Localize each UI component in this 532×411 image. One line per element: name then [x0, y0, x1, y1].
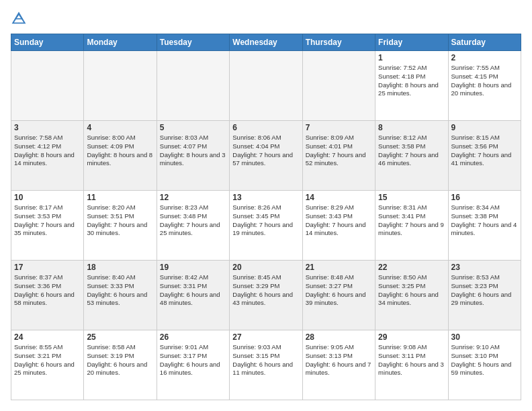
calendar-table: SundayMondayTuesdayWednesdayThursdayFrid…	[11, 34, 521, 400]
calendar-cell: 1Sunrise: 7:52 AM Sunset: 4:18 PM Daylig…	[375, 51, 448, 121]
day-header: Sunday	[11, 34, 84, 51]
calendar-cell: 15Sunrise: 8:31 AM Sunset: 3:41 PM Dayli…	[375, 191, 448, 261]
calendar-cell: 14Sunrise: 8:29 AM Sunset: 3:43 PM Dayli…	[302, 191, 375, 261]
day-number: 21	[306, 263, 372, 272]
day-number: 4	[87, 123, 153, 132]
day-number: 11	[87, 193, 153, 202]
day-info: Sunrise: 8:31 AM Sunset: 3:41 PM Dayligh…	[378, 203, 445, 238]
calendar-cell	[302, 51, 375, 121]
calendar-cell: 11Sunrise: 8:20 AM Sunset: 3:51 PM Dayli…	[84, 191, 157, 261]
day-number: 18	[87, 263, 153, 272]
day-info: Sunrise: 9:03 AM Sunset: 3:15 PM Dayligh…	[232, 343, 299, 377]
calendar-cell	[157, 51, 229, 121]
calendar-cell: 2Sunrise: 7:55 AM Sunset: 4:15 PM Daylig…	[448, 51, 521, 121]
calendar-cell: 3Sunrise: 7:58 AM Sunset: 4:12 PM Daylig…	[11, 121, 84, 191]
day-info: Sunrise: 8:00 AM Sunset: 4:09 PM Dayligh…	[87, 134, 153, 168]
calendar-week-row: 10Sunrise: 8:17 AM Sunset: 3:53 PM Dayli…	[11, 191, 521, 261]
day-info: Sunrise: 8:34 AM Sunset: 3:38 PM Dayligh…	[451, 203, 518, 238]
calendar-cell: 8Sunrise: 8:12 AM Sunset: 3:58 PM Daylig…	[375, 121, 448, 191]
day-number: 10	[14, 193, 81, 202]
day-info: Sunrise: 8:17 AM Sunset: 3:53 PM Dayligh…	[14, 203, 81, 238]
day-number: 13	[232, 193, 299, 202]
day-number: 6	[232, 123, 299, 132]
calendar-week-row: 1Sunrise: 7:52 AM Sunset: 4:18 PM Daylig…	[11, 51, 521, 121]
day-info: Sunrise: 8:40 AM Sunset: 3:33 PM Dayligh…	[87, 273, 153, 308]
day-number: 24	[14, 332, 81, 342]
day-header: Wednesday	[230, 34, 302, 51]
day-number: 25	[87, 332, 153, 342]
day-number: 5	[160, 123, 226, 132]
day-info: Sunrise: 8:58 AM Sunset: 3:19 PM Dayligh…	[87, 343, 153, 377]
day-info: Sunrise: 8:15 AM Sunset: 3:56 PM Dayligh…	[451, 134, 518, 168]
calendar-week-row: 24Sunrise: 8:55 AM Sunset: 3:21 PM Dayli…	[11, 330, 521, 400]
calendar-cell: 26Sunrise: 9:01 AM Sunset: 3:17 PM Dayli…	[157, 330, 229, 400]
day-info: Sunrise: 8:50 AM Sunset: 3:25 PM Dayligh…	[378, 273, 445, 308]
day-number: 8	[378, 123, 445, 132]
day-info: Sunrise: 8:06 AM Sunset: 4:04 PM Dayligh…	[232, 134, 299, 168]
day-number: 20	[232, 263, 299, 272]
day-header: Tuesday	[157, 34, 229, 51]
calendar-cell	[230, 51, 302, 121]
day-info: Sunrise: 8:03 AM Sunset: 4:07 PM Dayligh…	[160, 134, 226, 168]
page: SundayMondayTuesdayWednesdayThursdayFrid…	[0, 0, 532, 411]
calendar-cell: 5Sunrise: 8:03 AM Sunset: 4:07 PM Daylig…	[157, 121, 229, 191]
day-header: Friday	[375, 34, 448, 51]
day-info: Sunrise: 8:09 AM Sunset: 4:01 PM Dayligh…	[306, 134, 372, 168]
calendar-header-row: SundayMondayTuesdayWednesdayThursdayFrid…	[11, 34, 521, 51]
calendar-cell: 9Sunrise: 8:15 AM Sunset: 3:56 PM Daylig…	[448, 121, 521, 191]
day-info: Sunrise: 8:20 AM Sunset: 3:51 PM Dayligh…	[87, 203, 153, 238]
calendar-cell: 6Sunrise: 8:06 AM Sunset: 4:04 PM Daylig…	[230, 121, 302, 191]
calendar-cell: 21Sunrise: 8:48 AM Sunset: 3:27 PM Dayli…	[302, 261, 375, 330]
calendar-cell: 13Sunrise: 8:26 AM Sunset: 3:45 PM Dayli…	[230, 191, 302, 261]
calendar-cell: 10Sunrise: 8:17 AM Sunset: 3:53 PM Dayli…	[11, 191, 84, 261]
calendar-cell	[11, 51, 84, 121]
day-number: 27	[232, 332, 299, 342]
day-info: Sunrise: 8:37 AM Sunset: 3:36 PM Dayligh…	[14, 273, 81, 308]
day-info: Sunrise: 9:05 AM Sunset: 3:13 PM Dayligh…	[306, 343, 372, 377]
day-header: Saturday	[448, 34, 521, 51]
day-number: 7	[306, 123, 372, 132]
calendar-cell	[84, 51, 157, 121]
day-number: 19	[160, 263, 226, 272]
day-info: Sunrise: 7:58 AM Sunset: 4:12 PM Dayligh…	[14, 134, 81, 168]
calendar-cell: 17Sunrise: 8:37 AM Sunset: 3:36 PM Dayli…	[11, 261, 84, 330]
day-header: Monday	[84, 34, 157, 51]
day-info: Sunrise: 9:08 AM Sunset: 3:11 PM Dayligh…	[378, 343, 445, 377]
calendar-cell: 7Sunrise: 8:09 AM Sunset: 4:01 PM Daylig…	[302, 121, 375, 191]
calendar-cell: 22Sunrise: 8:50 AM Sunset: 3:25 PM Dayli…	[375, 261, 448, 330]
calendar-cell: 19Sunrise: 8:42 AM Sunset: 3:31 PM Dayli…	[157, 261, 229, 330]
day-info: Sunrise: 7:52 AM Sunset: 4:18 PM Dayligh…	[378, 64, 445, 98]
calendar-cell: 20Sunrise: 8:45 AM Sunset: 3:29 PM Dayli…	[230, 261, 302, 330]
calendar-week-row: 17Sunrise: 8:37 AM Sunset: 3:36 PM Dayli…	[11, 261, 521, 330]
calendar-cell: 29Sunrise: 9:08 AM Sunset: 3:11 PM Dayli…	[375, 330, 448, 400]
calendar-cell: 18Sunrise: 8:40 AM Sunset: 3:33 PM Dayli…	[84, 261, 157, 330]
day-number: 16	[451, 193, 518, 202]
day-info: Sunrise: 8:53 AM Sunset: 3:23 PM Dayligh…	[451, 273, 518, 308]
calendar-cell: 25Sunrise: 8:58 AM Sunset: 3:19 PM Dayli…	[84, 330, 157, 400]
day-number: 30	[451, 332, 518, 342]
day-info: Sunrise: 9:10 AM Sunset: 3:10 PM Dayligh…	[451, 343, 518, 377]
calendar-cell: 27Sunrise: 9:03 AM Sunset: 3:15 PM Dayli…	[230, 330, 302, 400]
day-info: Sunrise: 8:48 AM Sunset: 3:27 PM Dayligh…	[306, 273, 372, 308]
day-number: 12	[160, 193, 226, 202]
day-number: 15	[378, 193, 445, 202]
header	[11, 11, 521, 27]
day-info: Sunrise: 8:55 AM Sunset: 3:21 PM Dayligh…	[14, 343, 81, 377]
day-info: Sunrise: 7:55 AM Sunset: 4:15 PM Dayligh…	[451, 64, 518, 98]
day-info: Sunrise: 8:23 AM Sunset: 3:48 PM Dayligh…	[160, 203, 226, 238]
day-info: Sunrise: 9:01 AM Sunset: 3:17 PM Dayligh…	[160, 343, 226, 377]
logo-icon	[11, 11, 27, 27]
calendar-cell: 16Sunrise: 8:34 AM Sunset: 3:38 PM Dayli…	[448, 191, 521, 261]
calendar-cell: 30Sunrise: 9:10 AM Sunset: 3:10 PM Dayli…	[448, 330, 521, 400]
day-number: 26	[160, 332, 226, 342]
day-number: 2	[451, 53, 518, 62]
calendar-cell: 4Sunrise: 8:00 AM Sunset: 4:09 PM Daylig…	[84, 121, 157, 191]
day-info: Sunrise: 8:45 AM Sunset: 3:29 PM Dayligh…	[232, 273, 299, 308]
calendar-cell: 12Sunrise: 8:23 AM Sunset: 3:48 PM Dayli…	[157, 191, 229, 261]
calendar-week-row: 3Sunrise: 7:58 AM Sunset: 4:12 PM Daylig…	[11, 121, 521, 191]
day-number: 22	[378, 263, 445, 272]
day-info: Sunrise: 8:29 AM Sunset: 3:43 PM Dayligh…	[306, 203, 372, 238]
svg-rect-2	[15, 18, 22, 19]
calendar-cell: 24Sunrise: 8:55 AM Sunset: 3:21 PM Dayli…	[11, 330, 84, 400]
day-info: Sunrise: 8:12 AM Sunset: 3:58 PM Dayligh…	[378, 134, 445, 168]
